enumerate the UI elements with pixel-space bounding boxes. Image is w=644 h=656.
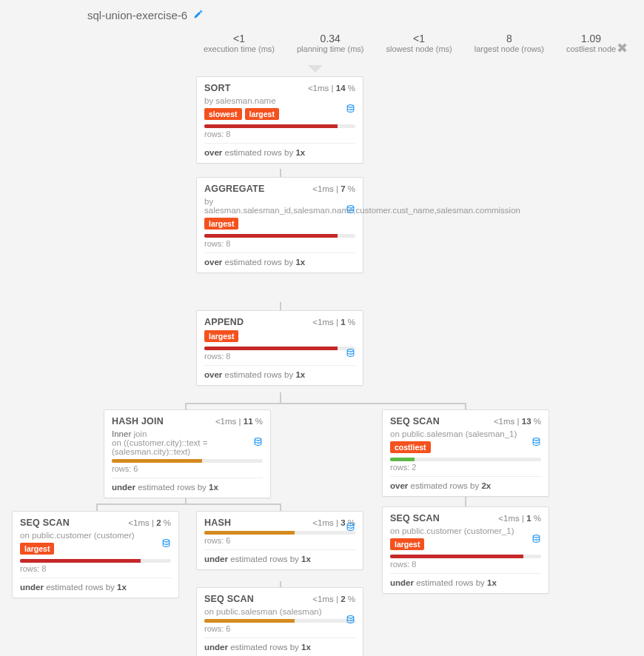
close-icon[interactable]: ✖ xyxy=(617,40,628,56)
database-icon[interactable] xyxy=(346,615,355,626)
node-title: SORT xyxy=(204,83,231,93)
progress-bar xyxy=(390,458,541,461)
progress-bar xyxy=(204,124,355,128)
plan-node-seq-scan-customer1[interactable]: SEQ SCAN <1ms | 1 % on public.customer (… xyxy=(382,506,549,594)
rows-text: rows: 6 xyxy=(112,464,263,473)
badge-largest: largest xyxy=(20,543,54,555)
badge-largest: largest xyxy=(245,108,279,120)
progress-bar xyxy=(204,234,355,238)
node-title: AGGREGATE xyxy=(204,184,264,194)
pencil-icon[interactable] xyxy=(193,9,204,21)
rows-text: rows: 2 xyxy=(390,463,541,472)
progress-bar xyxy=(204,347,355,350)
stats-pointer xyxy=(308,65,323,73)
stat-costliest-node: 1.09 costliest node xyxy=(566,33,616,53)
connector xyxy=(280,392,281,403)
connector xyxy=(185,403,466,404)
node-metrics: <1ms | 13 % xyxy=(494,417,541,426)
connector xyxy=(465,496,466,506)
node-metrics: <1ms | 1 % xyxy=(498,514,541,523)
estimate-text: under estimated rows by 1x xyxy=(204,643,355,652)
database-icon[interactable] xyxy=(531,534,541,546)
estimate-text: under estimated rows by 1x xyxy=(390,578,541,587)
node-title: HASH JOIN xyxy=(112,416,164,426)
plan-node-aggregate[interactable]: AGGREGATE <1ms | 7 % by salesman.salesma… xyxy=(196,177,363,273)
rows-text: rows: 8 xyxy=(204,130,355,138)
database-icon[interactable] xyxy=(346,104,355,116)
progress-bar xyxy=(204,619,355,623)
node-sub: by salesman.salesman_id,salesman.name,cu… xyxy=(204,197,355,215)
rows-text: rows: 8 xyxy=(20,564,171,573)
node-metrics: <1ms | 14 % xyxy=(308,84,355,93)
plan-node-seq-scan-salesman[interactable]: SEQ SCAN <1ms | 2 % on public.salesman (… xyxy=(196,587,363,656)
estimate-text: over estimated rows by 1x xyxy=(204,148,355,157)
node-title: SEQ SCAN xyxy=(390,416,440,426)
estimate-text: over estimated rows by 1x xyxy=(204,370,355,379)
progress-bar xyxy=(204,531,355,535)
rows-text: rows: 6 xyxy=(204,624,355,633)
plan-node-append[interactable]: APPEND <1ms | 1 % largest rows: 8 over e… xyxy=(196,310,363,386)
badge-largest: largest xyxy=(390,538,424,550)
node-metrics: <1ms | 1 % xyxy=(312,318,355,327)
badge-largest: largest xyxy=(204,330,238,342)
stats-row: <1 execution time (ms) 0.34 planning tim… xyxy=(204,33,616,53)
node-title: SEQ SCAN xyxy=(20,518,70,528)
progress-bar xyxy=(390,555,541,558)
database-icon[interactable] xyxy=(346,204,355,216)
estimate-text: over estimated rows by 1x xyxy=(204,258,355,267)
node-sub: on public.salesman (salesman_1) xyxy=(390,429,541,438)
rows-text: rows: 6 xyxy=(204,536,355,545)
node-sub: on public.customer (customer) xyxy=(20,531,171,540)
badge-costliest: costliest xyxy=(390,441,431,453)
estimate-text: under estimated rows by 1x xyxy=(112,483,263,492)
database-icon[interactable] xyxy=(161,538,171,550)
rows-text: rows: 8 xyxy=(390,560,541,569)
node-title: HASH xyxy=(204,518,231,528)
page-title-bar: sql-union-exercise-6 xyxy=(87,9,204,21)
progress-bar xyxy=(20,559,171,563)
badge-largest: largest xyxy=(204,218,238,230)
stat-plan-time: 0.34 planning time (ms) xyxy=(297,33,363,53)
node-metrics: <1ms | 7 % xyxy=(312,184,355,193)
stat-exec-time: <1 execution time (ms) xyxy=(204,33,275,53)
node-metrics: <1ms | 2 % xyxy=(312,595,355,603)
plan-node-seq-scan-customer[interactable]: SEQ SCAN <1ms | 2 % on public.customer (… xyxy=(12,511,179,598)
database-icon[interactable] xyxy=(346,522,355,534)
node-title: SEQ SCAN xyxy=(204,594,254,604)
node-sub: on public.customer (customer_1) xyxy=(390,526,541,535)
node-sub: on public.salesman (salesman) xyxy=(204,607,355,616)
node-sub: Inner joinon ((customer.city)::text = (s… xyxy=(112,429,263,456)
badge-slowest: slowest xyxy=(204,108,242,120)
node-metrics: <1ms | 11 % xyxy=(215,417,263,426)
rows-text: rows: 8 xyxy=(204,239,355,248)
database-icon[interactable] xyxy=(346,348,355,360)
node-metrics: <1ms | 2 % xyxy=(128,518,171,527)
database-icon[interactable] xyxy=(531,437,541,449)
estimate-text: under estimated rows by 1x xyxy=(204,555,355,563)
node-sub: by salesman.name xyxy=(204,96,355,105)
node-title: SEQ SCAN xyxy=(390,513,440,523)
rows-text: rows: 8 xyxy=(204,352,355,361)
node-title: APPEND xyxy=(204,317,244,327)
estimate-text: under estimated rows by 1x xyxy=(20,583,171,592)
plan-node-hash-join[interactable]: HASH JOIN <1ms | 11 % Inner joinon ((cus… xyxy=(104,409,271,498)
connector xyxy=(96,503,281,505)
plan-title: sql-union-exercise-6 xyxy=(87,9,187,21)
plan-node-sort[interactable]: SORT <1ms | 14 % by salesman.name slowes… xyxy=(196,76,363,164)
stat-slowest-node: <1 slowest node (ms) xyxy=(386,33,452,53)
estimate-text: over estimated rows by 2x xyxy=(390,481,541,490)
plan-node-seq-scan-salesman1[interactable]: SEQ SCAN <1ms | 13 % on public.salesman … xyxy=(382,409,549,497)
stat-largest-node: 8 largest node (rows) xyxy=(474,33,544,53)
database-icon[interactable] xyxy=(253,437,263,449)
progress-bar xyxy=(112,459,263,463)
plan-node-hash[interactable]: HASH <1ms | 3 % rows: 6 under estimated … xyxy=(196,511,363,570)
